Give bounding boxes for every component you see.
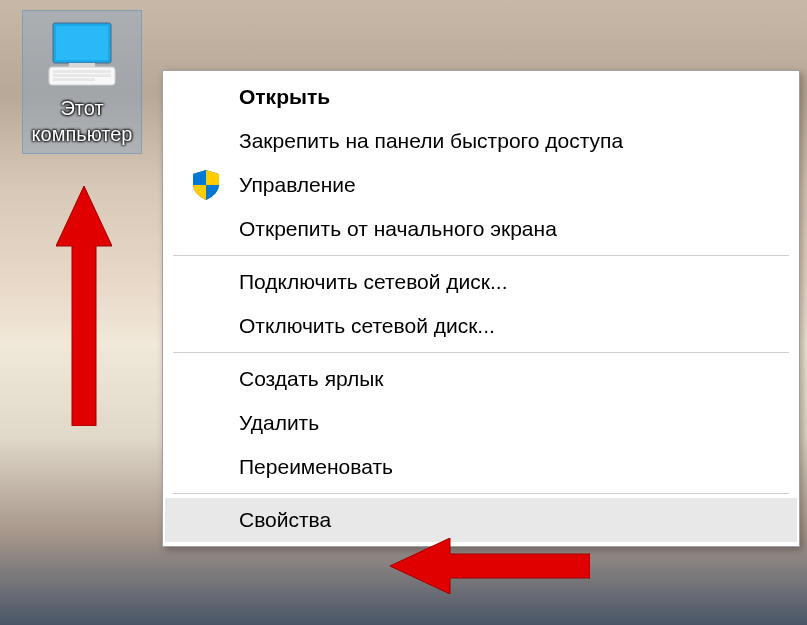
menu-item-label: Подключить сетевой диск... [239,270,507,294]
menu-separator [173,352,789,353]
menu-item-label: Отключить сетевой диск... [239,314,495,338]
shield-icon [189,168,223,202]
menu-item-delete[interactable]: Удалить [165,401,797,445]
menu-item-rename[interactable]: Переименовать [165,445,797,489]
menu-item-properties[interactable]: Свойства [165,498,797,542]
menu-item-label: Управление [239,173,356,197]
menu-item-label: Переименовать [239,455,393,479]
svg-rect-2 [69,63,95,67]
svg-rect-6 [53,78,95,81]
menu-item-map-network-drive[interactable]: Подключить сетевой диск... [165,260,797,304]
menu-item-label: Создать ярлык [239,367,384,391]
menu-item-manage[interactable]: Управление [165,163,797,207]
menu-item-create-shortcut[interactable]: Создать ярлык [165,357,797,401]
menu-item-unpin-start[interactable]: Открепить от начального экрана [165,207,797,251]
menu-item-label: Свойства [239,508,331,532]
svg-rect-5 [53,74,111,77]
svg-rect-1 [56,26,108,60]
computer-icon [43,19,121,91]
menu-separator [173,255,789,256]
menu-item-label: Открепить от начального экрана [239,217,557,241]
menu-item-pin-quick-access[interactable]: Закрепить на панели быстрого доступа [165,119,797,163]
desktop-icon-label: Этот компьютер [27,95,137,147]
annotation-arrow-up [56,186,112,426]
svg-rect-4 [53,70,111,73]
menu-separator [173,493,789,494]
context-menu: Открыть Закрепить на панели быстрого дос… [162,70,800,547]
menu-item-label: Открыть [239,85,330,109]
desktop-icon-this-pc[interactable]: Этот компьютер [22,10,142,154]
menu-item-open[interactable]: Открыть [165,75,797,119]
menu-item-disconnect-network-drive[interactable]: Отключить сетевой диск... [165,304,797,348]
menu-item-label: Удалить [239,411,319,435]
menu-item-label: Закрепить на панели быстрого доступа [239,129,623,153]
